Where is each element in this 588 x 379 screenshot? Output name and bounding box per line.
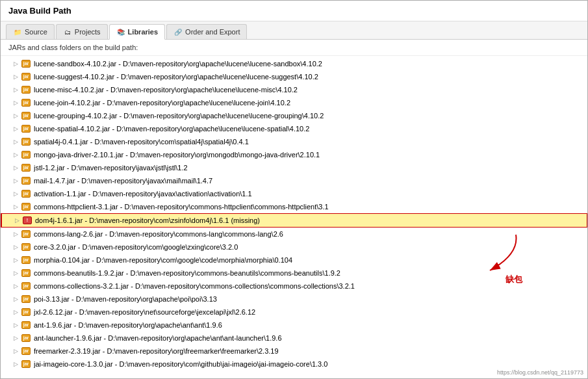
jar-icon: jar bbox=[21, 124, 31, 133]
list-item[interactable]: ▷jarcore-3.2.0.jar - D:\maven-repository… bbox=[1, 241, 587, 254]
list-wrapper: ▷jarlucene-sandbox-4.10.2.jar - D:\maven… bbox=[1, 56, 587, 378]
list-item[interactable]: ▷jarlucene-misc-4.10.2.jar - D:\maven-re… bbox=[1, 83, 587, 96]
list-item[interactable]: ▷jarlucene-join-4.10.2.jar - D:\maven-re… bbox=[1, 96, 587, 109]
jar-icon: jar bbox=[21, 137, 31, 146]
list-item[interactable]: ▷jarmorphia-0.104.jar - D:\maven-reposit… bbox=[1, 254, 587, 267]
list-item[interactable]: ▷jarant-launcher-1.9.6.jar - D:\maven-re… bbox=[1, 332, 587, 345]
tab-source-label: Source bbox=[25, 28, 47, 36]
subtitle: JARs and class folders on the build path… bbox=[1, 40, 587, 56]
expand-arrow-icon[interactable]: ▷ bbox=[14, 175, 18, 187]
expand-arrow-icon[interactable]: ▷ bbox=[14, 136, 18, 148]
list-item[interactable]: ▷jarant-1.9.6.jar - D:\maven-repository\… bbox=[1, 319, 587, 332]
expand-arrow-icon[interactable]: ▷ bbox=[14, 71, 18, 83]
jar-icon: jar bbox=[21, 346, 31, 356]
item-text: activation-1.1.jar - D:\maven-repository… bbox=[34, 188, 252, 200]
list-item[interactable]: ▷!dom4j-1.6.1.jar - D:\maven-repository\… bbox=[1, 213, 587, 228]
item-text: dom4j-1.6.1.jar - D:\maven-repository\co… bbox=[35, 215, 260, 226]
java-build-path-window: Java Build Path 📁 Source 🗂 Projects 📚 Li… bbox=[0, 0, 588, 379]
jar-icon: jar bbox=[21, 150, 31, 159]
tab-source[interactable]: 📁 Source bbox=[6, 24, 55, 39]
list-item[interactable]: ▷jarjai-imageio-core-1.3.0.jar - D:\mave… bbox=[1, 358, 587, 371]
jar-icon: jar bbox=[21, 255, 31, 265]
list-item[interactable]: ▷jarcommons-collections-3.2.1.jar - D:\m… bbox=[1, 280, 587, 293]
expand-arrow-icon[interactable]: ▷ bbox=[14, 228, 18, 240]
list-item[interactable]: ▷jarjstl-1.2.jar - D:\maven-repository\j… bbox=[1, 161, 587, 174]
tab-order-export[interactable]: 🔗 Order and Export bbox=[166, 24, 247, 39]
jar-icon: jar bbox=[21, 281, 31, 291]
jar-icon: jar bbox=[21, 85, 31, 94]
tab-projects[interactable]: 🗂 Projects bbox=[56, 24, 108, 39]
item-text: ant-1.9.6.jar - D:\maven-repository\org\… bbox=[34, 319, 222, 331]
expand-arrow-icon[interactable]: ▷ bbox=[15, 215, 19, 226]
source-icon: 📁 bbox=[13, 27, 22, 36]
list-item[interactable]: ▷jarjxl-2.6.12.jar - D:\maven-repository… bbox=[1, 306, 587, 319]
tab-projects-label: Projects bbox=[75, 28, 101, 36]
list-item[interactable]: ▷jarlucene-sandbox-4.10.2.jar - D:\maven… bbox=[1, 57, 587, 70]
expand-arrow-icon[interactable]: ▷ bbox=[14, 110, 18, 122]
order-export-icon: 🔗 bbox=[173, 27, 183, 36]
window-title: Java Build Path bbox=[1, 1, 587, 21]
list-item[interactable]: ▷jaractivation-1.1.jar - D:\maven-reposi… bbox=[1, 187, 587, 200]
expand-arrow-icon[interactable]: ▷ bbox=[14, 123, 18, 135]
jar-icon: jar bbox=[21, 268, 31, 278]
list-item[interactable]: ▷jarlucene-grouping-4.10.2.jar - D:\mave… bbox=[1, 109, 587, 122]
expand-arrow-icon[interactable]: ▷ bbox=[14, 97, 18, 109]
item-text: commons-collections-3.2.1.jar - D:\maven… bbox=[34, 280, 355, 292]
tab-libraries-label: Libraries bbox=[128, 28, 158, 36]
expand-arrow-icon[interactable]: ▷ bbox=[14, 306, 18, 318]
jar-icon: jar bbox=[21, 189, 31, 198]
item-text: mongo-java-driver-2.10.1.jar - D:\maven-… bbox=[34, 149, 320, 161]
item-text: poi-3.13.jar - D:\maven-repository\org\a… bbox=[34, 293, 217, 305]
item-text: commons-lang-2.6.jar - D:\maven-reposito… bbox=[34, 228, 283, 240]
item-text: jxl-2.6.12.jar - D:\maven-repository\net… bbox=[34, 306, 255, 318]
expand-arrow-icon[interactable]: ▷ bbox=[14, 254, 18, 266]
expand-arrow-icon[interactable]: ▷ bbox=[14, 293, 18, 305]
list-item[interactable]: ▷jarpoi-3.13.jar - D:\maven-repository\o… bbox=[1, 293, 587, 306]
expand-arrow-icon[interactable]: ▷ bbox=[14, 162, 18, 174]
expand-arrow-icon[interactable]: ▷ bbox=[14, 84, 18, 96]
jar-icon: jar bbox=[21, 294, 31, 304]
list-item[interactable]: ▷jarmongo-java-driver-2.10.1.jar - D:\ma… bbox=[1, 148, 587, 161]
item-text: lucene-sandbox-4.10.2.jar - D:\maven-rep… bbox=[34, 58, 322, 70]
list-item[interactable]: ▷jarcommons-beanutils-1.9.2.jar - D:\mav… bbox=[1, 267, 587, 280]
jar-icon: jar bbox=[21, 333, 31, 343]
list-item[interactable]: ▷jarcommons-lang-2.6.jar - D:\maven-repo… bbox=[1, 228, 587, 241]
expand-arrow-icon[interactable]: ▷ bbox=[14, 267, 18, 279]
expand-arrow-icon[interactable]: ▷ bbox=[14, 149, 18, 161]
content-area: JARs and class folders on the build path… bbox=[1, 40, 587, 378]
jar-icon: jar bbox=[21, 59, 31, 68]
jar-icon: jar bbox=[21, 229, 31, 239]
list-item[interactable]: ▷jarlucene-suggest-4.10.2.jar - D:\maven… bbox=[1, 70, 587, 83]
item-text: lucene-suggest-4.10.2.jar - D:\maven-rep… bbox=[34, 71, 318, 83]
libraries-icon: 📚 bbox=[116, 27, 125, 36]
library-list[interactable]: ▷jarlucene-sandbox-4.10.2.jar - D:\maven… bbox=[1, 56, 587, 378]
tab-libraries[interactable]: 📚 Libraries bbox=[109, 24, 165, 40]
list-item[interactable]: ▷jarspatial4j-0.4.1.jar - D:\maven-repos… bbox=[1, 135, 587, 148]
jar-icon: jar bbox=[21, 320, 31, 330]
jar-icon: jar bbox=[21, 72, 31, 81]
item-text: lucene-grouping-4.10.2.jar - D:\maven-re… bbox=[34, 110, 324, 122]
expand-arrow-icon[interactable]: ▷ bbox=[14, 58, 18, 70]
expand-arrow-icon[interactable]: ▷ bbox=[14, 332, 18, 344]
item-text: ant-launcher-1.9.6.jar - D:\maven-reposi… bbox=[34, 332, 282, 344]
list-item[interactable]: ▷jarfreemarker-2.3.19.jar - D:\maven-rep… bbox=[1, 345, 587, 358]
list-item[interactable]: ▷jarcommons-httpclient-3.1.jar - D:\mave… bbox=[1, 200, 587, 213]
list-item[interactable]: ▷jarlucene-spatial-4.10.2.jar - D:\maven… bbox=[1, 122, 587, 135]
jar-icon: ! bbox=[22, 216, 32, 225]
expand-arrow-icon[interactable]: ▷ bbox=[14, 345, 18, 357]
expand-arrow-icon[interactable]: ▷ bbox=[14, 280, 18, 292]
tab-order-export-label: Order and Export bbox=[185, 28, 240, 36]
jar-icon: jar bbox=[21, 176, 31, 185]
item-text: jstl-1.2.jar - D:\maven-repository\javax… bbox=[34, 162, 188, 174]
item-text: lucene-misc-4.10.2.jar - D:\maven-reposi… bbox=[34, 84, 298, 96]
expand-arrow-icon[interactable]: ▷ bbox=[14, 241, 18, 253]
expand-arrow-icon[interactable]: ▷ bbox=[14, 358, 18, 370]
expand-arrow-icon[interactable]: ▷ bbox=[14, 188, 18, 200]
item-text: mail-1.4.7.jar - D:\maven-repository\jav… bbox=[34, 175, 212, 187]
tabs-bar: 📁 Source 🗂 Projects 📚 Libraries 🔗 Order … bbox=[1, 21, 587, 40]
expand-arrow-icon[interactable]: ▷ bbox=[14, 201, 18, 213]
item-text: jai-imageio-core-1.3.0.jar - D:\maven-re… bbox=[34, 358, 327, 370]
list-item[interactable]: ▷jarmail-1.4.7.jar - D:\maven-repository… bbox=[1, 174, 587, 187]
expand-arrow-icon[interactable]: ▷ bbox=[14, 319, 18, 331]
item-text: spatial4j-0.4.1.jar - D:\maven-repositor… bbox=[34, 136, 249, 148]
